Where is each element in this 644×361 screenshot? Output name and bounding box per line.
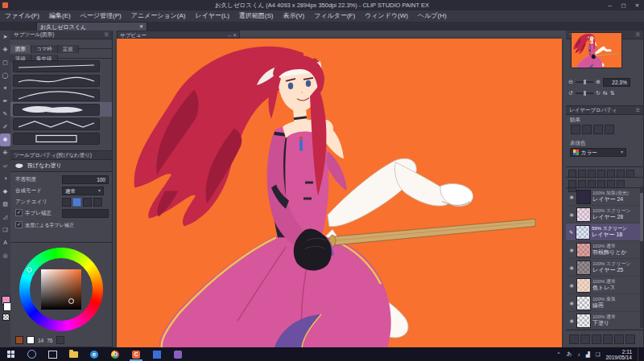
photos-button[interactable]	[147, 347, 167, 361]
layer-row[interactable]: ◉ 100% 通常羽根飾りとか	[566, 241, 643, 259]
new-vector-layer-button[interactable]	[580, 334, 590, 344]
opacity-value-field[interactable]: 100	[62, 175, 109, 184]
fill-tool[interactable]: ◆	[0, 185, 10, 198]
layer-row-selected[interactable]: ✎ 59% スクリーンレイヤー 18	[566, 224, 643, 241]
eye-icon[interactable]: ◉	[568, 194, 575, 199]
menu-page[interactable]: ページ管理(P)	[76, 10, 126, 22]
subview-close-icon[interactable]: ✕	[233, 33, 237, 38]
network-icon[interactable]: ▟	[586, 351, 590, 358]
new-layer-icon[interactable]	[568, 180, 576, 188]
eyedropper-tool[interactable]: ◎	[0, 249, 10, 262]
layer-row[interactable]: ◉ 100% 通常色トレス	[566, 277, 643, 294]
ruler-icon[interactable]	[626, 170, 634, 178]
navigator-thumbnail[interactable]	[571, 32, 622, 68]
lasso-tool[interactable]: ◯	[0, 69, 10, 82]
drawing-canvas[interactable]	[117, 39, 562, 347]
menu-selection[interactable]: 選択範囲(S)	[234, 10, 279, 22]
start-button[interactable]	[0, 347, 21, 361]
clip-icon[interactable]	[588, 170, 596, 178]
eye-icon[interactable]: ◉	[568, 211, 575, 217]
menu-help[interactable]: ヘルプ(H)	[413, 10, 452, 22]
transparent-color-swatch[interactable]	[2, 314, 10, 321]
subtool-item-curve[interactable]	[10, 88, 112, 102]
saturation-value-square[interactable]	[41, 269, 81, 310]
menu-window[interactable]: ウィンドウ(W)	[360, 10, 413, 22]
ime-indicator[interactable]: あ	[567, 351, 572, 358]
lock-transparent-icon[interactable]	[607, 170, 615, 178]
subtool-item-continuous-curve[interactable]	[10, 73, 112, 88]
subtool-item-rectangle[interactable]	[10, 131, 112, 146]
layer-color-effect-icon[interactable]	[593, 125, 603, 134]
delete-layer-button[interactable]	[625, 334, 635, 344]
frame-tool[interactable]: ❏	[0, 224, 10, 236]
eraser-tool[interactable]: ▱	[0, 159, 10, 172]
layer-row[interactable]: ◉ 100% スクリーンレイヤー 25	[566, 259, 643, 277]
subtool-tab-ruler[interactable]: 定規	[58, 45, 79, 53]
layer-row[interactable]: ◉ 100% スクリーンレイヤー 28	[566, 206, 643, 224]
zoom-slider[interactable]	[576, 81, 593, 83]
subtool-item-polyline[interactable]	[10, 117, 112, 131]
zoom-out-icon[interactable]: ⊖	[568, 79, 573, 85]
gradient-tool[interactable]: ▨	[0, 198, 10, 211]
stabilization-checkbox[interactable]: ✓	[15, 209, 23, 216]
figure-tool[interactable]: ◿	[0, 211, 10, 224]
eye-icon[interactable]: ◉	[568, 282, 575, 288]
menu-edit[interactable]: 編集(E)	[44, 10, 76, 22]
maximize-button[interactable]: ▢	[617, 0, 630, 10]
expression-color-dropdown[interactable]: カラー ▾	[570, 148, 626, 157]
merge-down-button[interactable]	[603, 334, 613, 344]
panel-menu-icon[interactable]: ☰	[636, 31, 640, 39]
menu-view[interactable]: 表示(V)	[279, 10, 310, 22]
stabilization-value-field[interactable]	[62, 209, 109, 218]
rotate-left-icon[interactable]: ↺	[568, 90, 573, 96]
paint-app-button[interactable]	[167, 347, 188, 361]
aa-medium-button[interactable]	[83, 198, 92, 207]
new-raster-layer-button[interactable]	[569, 334, 579, 344]
transfer-icon[interactable]	[588, 180, 596, 188]
rotate-slider[interactable]	[576, 92, 593, 94]
layer-row[interactable]: ◉ 100% 乗算線画	[566, 294, 643, 312]
menu-file[interactable]: ファイル(F)	[0, 10, 44, 22]
subview-bar[interactable]: サブビュー ─ ✕	[117, 31, 240, 39]
draft-effect-icon[interactable]	[605, 125, 614, 134]
menu-filter[interactable]: フィルター(F)	[309, 10, 360, 22]
blend-mode-icon[interactable]	[568, 170, 576, 178]
eye-icon[interactable]: ◉	[568, 318, 575, 323]
brush-tool[interactable]: ✐	[0, 121, 10, 133]
aa-none-button[interactable]	[62, 198, 71, 207]
new-folder-icon[interactable]	[578, 180, 586, 188]
sub-color-chip[interactable]	[27, 336, 35, 344]
flip-horizontal-icon[interactable]: ⇆	[603, 90, 608, 96]
eye-icon[interactable]: ◉	[568, 300, 575, 306]
menu-layer[interactable]: レイヤー(L)	[190, 10, 233, 22]
subtool-item-straight-line[interactable]	[10, 59, 112, 73]
merge-icon[interactable]	[597, 180, 605, 188]
lock-icon[interactable]	[597, 170, 605, 178]
menu-animation[interactable]: アニメーション(A)	[126, 10, 191, 22]
speed-stabilization-checkbox[interactable]: ✓	[15, 221, 23, 228]
flip-vertical-icon[interactable]: ⇅	[610, 90, 615, 96]
panel-menu-icon[interactable]: ☰	[105, 31, 109, 39]
blend-tool[interactable]: ◑	[0, 172, 10, 185]
layers-scrollbar[interactable]	[640, 187, 643, 328]
operation-tool[interactable]: ➤	[0, 31, 10, 43]
aa-weak-button[interactable]	[72, 198, 81, 207]
clip-studio-taskbar-button[interactable]: C	[126, 347, 147, 361]
border-effect-icon[interactable]	[571, 125, 580, 134]
blend-mode-dropdown[interactable]: 通常 ▾	[62, 187, 104, 195]
subview-minimize-icon[interactable]: ─	[228, 33, 231, 38]
zoom-value-field[interactable]: 22.3%	[603, 78, 630, 87]
action-center-icon[interactable]: ❏	[596, 351, 601, 358]
task-view-button[interactable]	[42, 347, 63, 361]
show-desktop-button[interactable]	[638, 347, 641, 361]
new-layer-folder-button[interactable]	[592, 334, 601, 344]
close-button[interactable]: ✕	[630, 0, 644, 10]
mask-icon[interactable]	[617, 170, 625, 178]
eye-icon[interactable]: ◉	[568, 265, 575, 270]
aa-strong-button[interactable]	[93, 198, 102, 207]
subtool-item-lasso-fill[interactable]	[10, 102, 112, 117]
tone-effect-icon[interactable]	[582, 125, 592, 134]
document-tab[interactable]: お久しゼロスくん ✕	[36, 22, 147, 31]
edge-button[interactable]: e	[84, 347, 105, 361]
document-tab-close-icon[interactable]: ✕	[139, 23, 143, 31]
